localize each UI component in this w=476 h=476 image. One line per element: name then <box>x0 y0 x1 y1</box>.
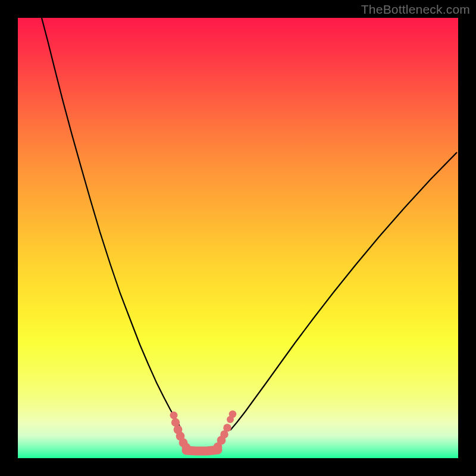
valley-floor <box>186 450 218 451</box>
curve-svg <box>18 18 458 458</box>
valley-marker <box>223 424 231 432</box>
plot-area <box>18 18 458 458</box>
watermark-text: TheBottleneck.com <box>361 2 470 17</box>
curve-left-branch <box>42 18 181 430</box>
valley-markers-left <box>170 412 191 452</box>
valley-marker <box>229 411 237 418</box>
valley-marker <box>170 412 178 419</box>
valley-marker <box>182 443 191 452</box>
valley-markers-right <box>214 411 237 452</box>
curve-right-branch <box>230 152 457 430</box>
chart-frame: TheBottleneck.com <box>0 0 476 476</box>
